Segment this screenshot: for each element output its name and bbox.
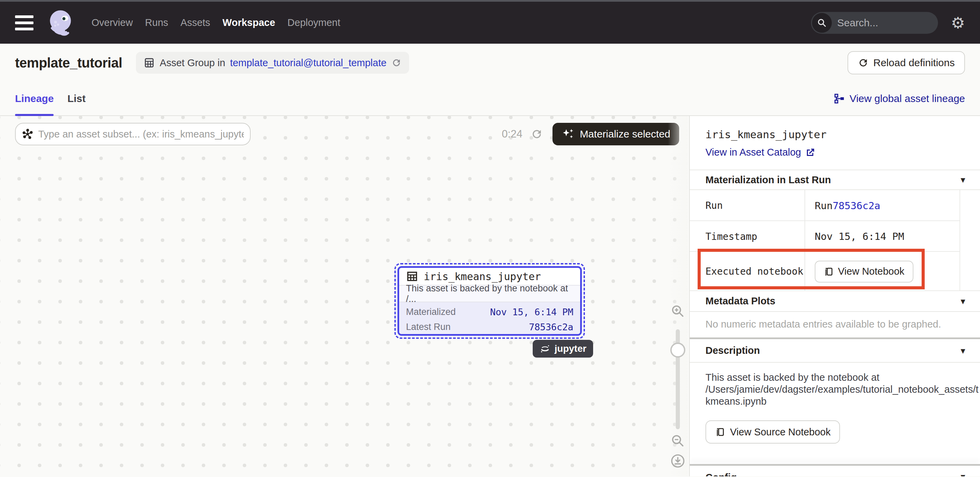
materialize-selected-button[interactable]: Materialize selected	[552, 123, 679, 145]
jupyter-icon	[539, 343, 550, 354]
refresh-timer: 0:24	[502, 128, 522, 140]
op-selector-icon	[22, 128, 33, 140]
global-search[interactable]: /	[811, 12, 938, 34]
asset-subset-input[interactable]	[38, 128, 244, 140]
caret-down-icon[interactable]: ▾	[961, 296, 965, 306]
table-icon	[406, 270, 418, 282]
description-line: kmeans.ipynb	[705, 395, 965, 407]
description-line: This asset is backed by the notebook at	[705, 372, 965, 384]
catalog-link-label: View in Asset Catalog	[705, 147, 801, 158]
zoom-out-icon[interactable]	[670, 433, 685, 448]
tab-list[interactable]: List	[67, 82, 85, 115]
asset-node-description: This asset is backed by the notebook at …	[399, 285, 580, 302]
download-view-icon[interactable]	[670, 453, 686, 469]
nav-item-overview[interactable]: Overview	[92, 17, 133, 29]
view-source-notebook-button[interactable]: View Source Notebook	[705, 420, 840, 444]
description-line: /Users/jamie/dev/dagster/examples/tutori…	[705, 384, 965, 395]
top-nav: Overview Runs Assets Workspace Deploymen…	[0, 2, 980, 44]
sparkle-icon	[562, 128, 574, 141]
section-materialization-label: Materialization in Last Run	[705, 174, 831, 185]
asset-node-title: iris_kmeans_jupyter	[424, 271, 541, 282]
zoom-slider-thumb[interactable]	[670, 342, 685, 358]
asset-detail-panel: iris_kmeans_jupyter View in Asset Catalo…	[689, 116, 980, 476]
lineage-canvas[interactable]: 0:24 Materialize selected iris_kmeans_ju…	[0, 116, 689, 476]
section-description-label: Description	[705, 345, 760, 356]
run-id-link[interactable]: 78536c2a	[832, 200, 880, 212]
notebook-icon	[715, 427, 725, 437]
row-label-timestamp: Timestamp	[690, 231, 805, 242]
canvas-toolbar: 0:24 Materialize selected	[15, 123, 679, 145]
reload-definitions-label: Reload definitions	[873, 57, 955, 68]
metadata-table: Run Run 78536c2a Timestamp Nov 15, 6:14 …	[690, 190, 980, 291]
section-metadata-plots[interactable]: Metadata Plots ▾	[690, 291, 980, 311]
table-row-executed-notebook: Executed notebook View Notebook	[690, 252, 980, 291]
view-in-asset-catalog-link[interactable]: View in Asset Catalog	[705, 147, 815, 158]
refresh-graph-icon[interactable]	[531, 128, 543, 140]
view-notebook-label: View Notebook	[838, 266, 905, 277]
section-config[interactable]: Config ▾	[690, 466, 980, 476]
compute-kind-tag-jupyter[interactable]: jupyter	[533, 340, 593, 358]
asset-node-selection: iris_kmeans_jupyter This asset is backed…	[395, 263, 585, 339]
table-row-timestamp: Timestamp Nov 15, 6:14 PM	[690, 221, 980, 252]
page-title: template_tutorial	[15, 55, 122, 71]
caret-down-icon[interactable]: ▾	[961, 472, 965, 476]
stat-value-latest-run[interactable]: 78536c2a	[529, 322, 573, 332]
dagster-logo[interactable]	[45, 7, 76, 38]
row-label-executed-notebook: Executed notebook	[690, 266, 805, 277]
external-link-icon	[805, 147, 815, 158]
asset-group-link[interactable]: template_tutorial@tutorial_template	[230, 57, 387, 68]
nav-item-assets[interactable]: Assets	[181, 17, 210, 29]
asset-group-prefix: Asset Group in	[160, 57, 225, 68]
nav-menu: Overview Runs Assets Workspace Deploymen…	[92, 17, 340, 29]
tabs-row: Lineage List View global asset lineage	[0, 82, 980, 116]
metadata-empty-state: No numeric metadata entries available to…	[690, 312, 980, 338]
zoom-controls	[668, 116, 688, 476]
section-materialization[interactable]: Materialization in Last Run ▾	[690, 170, 980, 189]
row-label-run: Run	[690, 200, 805, 211]
timestamp-value: Nov 15, 6:14 PM	[805, 231, 904, 242]
nav-item-workspace[interactable]: Workspace	[223, 17, 275, 29]
gear-icon[interactable]: ⚙	[951, 15, 965, 31]
hamburger-menu-icon[interactable]	[15, 15, 33, 30]
table-row-run: Run Run 78536c2a	[690, 190, 980, 221]
asset-subset-filter[interactable]	[15, 123, 251, 145]
materialize-selected-label: Materialize selected	[580, 128, 670, 140]
search-input[interactable]	[837, 17, 938, 29]
view-source-notebook-label: View Source Notebook	[730, 426, 830, 438]
view-notebook-button[interactable]: View Notebook	[815, 261, 913, 282]
view-global-asset-lineage-link[interactable]: View global asset lineage	[834, 93, 965, 105]
asset-group-icon	[143, 57, 155, 68]
description-text: This asset is backed by the notebook at …	[690, 363, 980, 420]
search-icon	[812, 13, 832, 33]
notebook-icon	[824, 266, 834, 277]
asset-node-stats: Materialized Nov 15, 6:14 PM Latest Run …	[399, 302, 580, 336]
caret-down-icon[interactable]: ▾	[961, 175, 965, 185]
caret-down-icon[interactable]: ▾	[961, 346, 965, 355]
stat-label-materialized: Materialized	[406, 307, 456, 317]
asset-node-iris-kmeans-jupyter[interactable]: iris_kmeans_jupyter This asset is backed…	[398, 266, 582, 336]
page-header: template_tutorial Asset Group in templat…	[0, 44, 980, 82]
reload-definitions-button[interactable]: Reload definitions	[848, 51, 965, 74]
global-lineage-label: View global asset lineage	[850, 93, 965, 105]
reload-icon	[858, 57, 869, 68]
nav-item-runs[interactable]: Runs	[145, 17, 168, 29]
tab-lineage[interactable]: Lineage	[15, 82, 54, 115]
nav-item-deployment[interactable]: Deployment	[288, 17, 340, 29]
section-description[interactable]: Description ▾	[690, 339, 980, 362]
section-metadata-plots-label: Metadata Plots	[705, 295, 775, 307]
compute-kind-tag-label: jupyter	[555, 343, 586, 354]
run-value-prefix: Run	[815, 200, 832, 212]
stat-label-latest-run: Latest Run	[406, 322, 451, 332]
refresh-location-icon[interactable]	[391, 58, 402, 68]
asset-group-breadcrumb: Asset Group in template_tutorial@tutoria…	[136, 52, 409, 74]
lineage-graph-icon	[834, 93, 845, 104]
stat-value-materialized: Nov 15, 6:14 PM	[490, 307, 573, 317]
section-config-label: Config	[705, 472, 737, 476]
zoom-in-icon[interactable]	[670, 304, 685, 319]
panel-asset-title: iris_kmeans_jupyter	[705, 128, 965, 141]
